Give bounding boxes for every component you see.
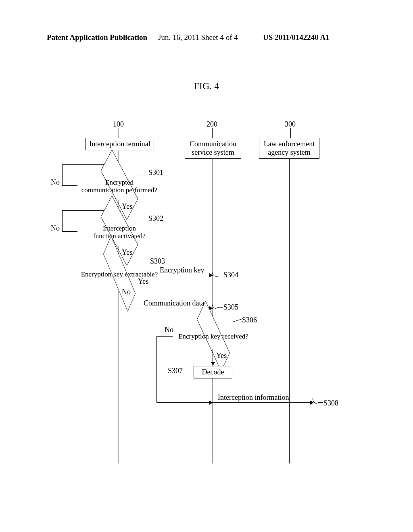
msg-interception-info: Interception information bbox=[218, 393, 289, 402]
lane-b-number: 200 bbox=[206, 120, 217, 129]
lifeline-c bbox=[289, 159, 290, 463]
arrow-s305 bbox=[119, 308, 213, 308]
no-rejoin-arrow bbox=[156, 402, 213, 403]
arrow-s308 bbox=[213, 402, 313, 403]
figure-title: FIG. 4 bbox=[0, 81, 413, 91]
step-s307-label: S307 bbox=[168, 367, 183, 375]
step-s305-label: S305 bbox=[223, 303, 238, 312]
msg-encryption-key: Encryption key bbox=[160, 266, 204, 274]
lane-a-box: Interception terminal bbox=[86, 138, 154, 150]
d4-yes: Yes bbox=[216, 351, 227, 360]
d4-no: No bbox=[165, 326, 173, 334]
lane-b-leader bbox=[212, 128, 213, 138]
lane-a-leader bbox=[119, 128, 119, 138]
diagram-stage: 100 200 300 Interception terminal Commun… bbox=[48, 121, 363, 463]
step-s302-label: S302 bbox=[148, 214, 163, 223]
d1-no: No bbox=[51, 178, 60, 187]
d2-yes: Yes bbox=[122, 248, 132, 257]
process-decode: Decode bbox=[194, 366, 232, 378]
d2-no: No bbox=[51, 224, 60, 233]
header-left: Patent Application Publication bbox=[47, 33, 147, 42]
d1-yes: Yes bbox=[122, 202, 132, 211]
step-s303-label: S303 bbox=[150, 257, 165, 266]
step-s308-label: S308 bbox=[323, 399, 338, 407]
step-s306-label: S306 bbox=[242, 316, 257, 324]
header-mid: Jun. 16, 2011 Sheet 4 of 4 bbox=[158, 33, 238, 42]
arrow-s304 bbox=[154, 275, 213, 275]
msg-communication-data: Communication data bbox=[144, 299, 204, 308]
header-right: US 2011/0142240 A1 bbox=[263, 33, 330, 42]
step-s304-label: S304 bbox=[223, 271, 238, 279]
lane-c-leader bbox=[290, 128, 291, 138]
d3-no: No bbox=[122, 288, 131, 296]
lane-c-box: Law enforcement agency system bbox=[259, 138, 319, 159]
lane-b-box: Communication service system bbox=[185, 138, 241, 159]
lane-a-number: 100 bbox=[113, 120, 124, 129]
lifeline-b bbox=[213, 159, 213, 463]
lane-c-number: 300 bbox=[285, 120, 296, 129]
d3-yes: Yes bbox=[138, 277, 148, 286]
step-s301-label: S301 bbox=[148, 168, 163, 177]
